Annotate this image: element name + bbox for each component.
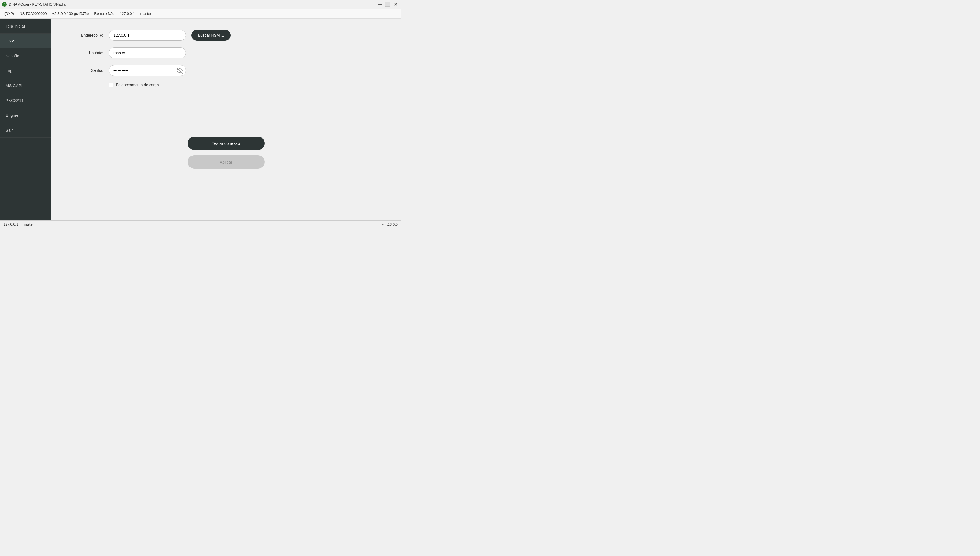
bottom-status-left: 127.0.0.1 master [3, 222, 34, 226]
status-branch: master [140, 11, 151, 16]
sidebar: Tela Inicial HSM Sessão Log MS CAPI PKCS… [0, 19, 51, 220]
maximize-button[interactable]: ⬜ [385, 1, 391, 8]
eye-off-icon [176, 68, 183, 74]
title-bar-left: D DINAMOcon - KEY-STATION\Nadia [2, 2, 66, 6]
bottom-user: master [23, 222, 34, 226]
senha-label: Senha: [68, 68, 103, 73]
status-ns: NS TCA0000000 [19, 11, 47, 16]
content-area: Endereço IP: Buscar HSM ... Usuário: Sen… [51, 19, 401, 220]
status-version: v.5.3.0.0-100-gc4f375b [52, 11, 89, 16]
status-ip: 127.0.0.1 [120, 11, 135, 16]
bottom-status-bar: 127.0.0.1 master v 4.13.0.0 [0, 220, 401, 228]
minimize-button[interactable]: — [377, 1, 383, 8]
form-container: Endereço IP: Buscar HSM ... Usuário: Sen… [68, 30, 260, 87]
sidebar-item-hsm[interactable]: HSM [0, 34, 51, 48]
sidebar-item-log[interactable]: Log [0, 63, 51, 78]
sidebar-item-pkcs11[interactable]: PKCS#11 [0, 93, 51, 108]
sidebar-item-engine[interactable]: Engine [0, 108, 51, 123]
toggle-password-button[interactable] [176, 68, 183, 74]
usuario-input[interactable] [109, 47, 186, 58]
sidebar-item-ms-capi[interactable]: MS CAPI [0, 78, 51, 93]
app-icon: D [2, 2, 6, 6]
aplicar-button[interactable]: Aplicar [188, 155, 265, 168]
ip-row: Endereço IP: Buscar HSM ... [68, 30, 260, 41]
usuario-row: Usuário: [68, 47, 260, 58]
buscar-hsm-button[interactable]: Buscar HSM ... [191, 30, 231, 41]
title-bar: D DINAMOcon - KEY-STATION\Nadia — ⬜ ✕ [0, 0, 401, 9]
senha-input[interactable] [109, 65, 186, 76]
balanceamento-checkbox[interactable] [109, 82, 113, 87]
usuario-input-wrapper [109, 47, 186, 58]
testar-conexao-button[interactable]: Testar conexão [188, 137, 265, 150]
senha-input-wrapper [109, 65, 186, 76]
window-controls: — ⬜ ✕ [377, 1, 399, 8]
main-layout: Tela Inicial HSM Sessão Log MS CAPI PKCS… [0, 19, 401, 220]
status-remote: Remote Não [94, 11, 114, 16]
title-text: DINAMOcon - KEY-STATION\Nadia [9, 2, 66, 6]
sidebar-item-sair[interactable]: Sair [0, 123, 51, 138]
ip-input-wrapper [109, 30, 186, 41]
senha-row: Senha: [68, 65, 260, 76]
close-button[interactable]: ✕ [392, 1, 399, 8]
ip-label: Endereço IP: [68, 33, 103, 37]
usuario-label: Usuário: [68, 51, 103, 55]
balanceamento-row: Balanceamento de carga [109, 82, 260, 87]
status-dxp: (DXP) [5, 11, 14, 16]
bottom-ip: 127.0.0.1 [3, 222, 18, 226]
action-buttons: Testar conexão Aplicar [68, 137, 385, 168]
ip-input[interactable] [109, 30, 186, 41]
balanceamento-label: Balanceamento de carga [116, 82, 159, 87]
sidebar-item-sessao[interactable]: Sessão [0, 48, 51, 63]
status-bar: (DXP) NS TCA0000000 v.5.3.0.0-100-gc4f37… [0, 9, 401, 19]
sidebar-item-tela-inicial[interactable]: Tela Inicial [0, 19, 51, 34]
bottom-version: v 4.13.0.0 [382, 222, 398, 226]
